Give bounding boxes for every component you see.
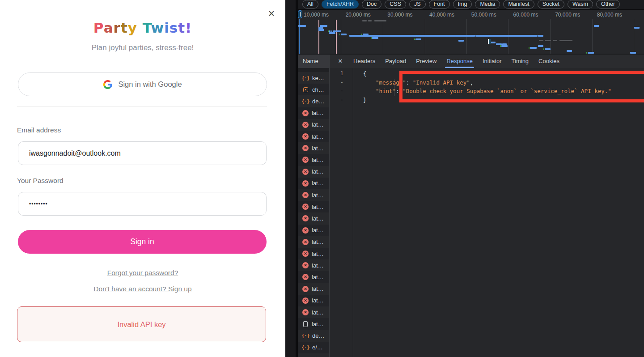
script-icon: {·} (302, 344, 309, 351)
error-icon: ✕ (302, 215, 309, 221)
request-label: lat… (312, 192, 324, 199)
code-content: "hint": "Double check your Supabase `ano… (353, 87, 611, 96)
error-icon: ✕ (302, 298, 309, 304)
tab-response[interactable]: Response (441, 55, 478, 68)
request-row-lat[interactable]: ✕lat… (298, 248, 330, 259)
tab-preview[interactable]: Preview (411, 55, 441, 68)
error-icon: ✕ (302, 157, 309, 163)
error-icon: ✕ (302, 239, 309, 245)
request-row-lat[interactable]: ✕lat… (298, 154, 330, 166)
request-row-lat[interactable]: ✕lat… (298, 225, 330, 236)
request-row-lat[interactable]: ✕lat… (298, 283, 330, 295)
waterfall-bar (374, 20, 386, 21)
request-row-lat[interactable]: ✕lat… (298, 295, 330, 306)
waterfall-bar (414, 38, 415, 40)
request-row-de[interactable]: {·}de… (298, 330, 330, 341)
forgot-password-link[interactable]: Forgot your password? (0, 269, 285, 277)
email-field[interactable] (18, 141, 267, 165)
filter-pill-doc[interactable]: Doc (362, 0, 381, 8)
tab-payload[interactable]: Payload (380, 55, 411, 68)
request-row-e[interactable]: {·}e/… (298, 342, 330, 353)
waterfall-bar (529, 47, 530, 49)
request-row-lat[interactable]: ✕lat… (298, 189, 330, 201)
request-row-ke[interactable]: {·}ke… (298, 72, 330, 84)
signup-link[interactable]: Don't have an account? Sign up (0, 285, 285, 293)
error-icon: ✕ (302, 192, 309, 198)
request-label: lat… (312, 238, 324, 245)
request-row-lat[interactable]: ✕lat… (298, 178, 330, 189)
filter-pill-css[interactable]: CSS (385, 0, 406, 8)
filter-bar-pills: AllFetch/XHRDocCSSJSFontImgMediaManifest… (298, 0, 644, 10)
tab-timing[interactable]: Timing (507, 55, 534, 68)
filter-pill-wasm[interactable]: Wasm (568, 0, 593, 8)
request-label: lat… (312, 285, 324, 292)
error-message: Invalid API key (117, 320, 165, 329)
google-signin-label: Sign in with Google (118, 80, 182, 89)
filter-pill-media[interactable]: Media (475, 0, 500, 8)
request-row-lat[interactable]: ✕lat… (298, 142, 330, 154)
logo-letter: i (164, 20, 169, 36)
waterfall-bar (458, 40, 464, 42)
filter-pill-font[interactable]: Font (429, 0, 450, 8)
request-row-lat[interactable]: ✕lat… (298, 271, 330, 283)
response-panel[interactable]: 1{-"message": "Invalid API key",-"hint":… (330, 68, 644, 357)
doc-icon (303, 321, 308, 327)
filter-pill-fetchxhr[interactable]: Fetch/XHR (322, 0, 359, 8)
filter-pill-img[interactable]: Img (453, 0, 472, 8)
request-label: lat… (312, 251, 324, 257)
request-row-lat[interactable]: ✕lat… (298, 201, 330, 212)
error-icon: ✕ (302, 227, 309, 234)
request-label: lat… (312, 168, 324, 175)
script-icon: {·} (302, 332, 309, 339)
waterfall-bar (634, 27, 640, 29)
code-line: 1{ (330, 69, 644, 78)
request-label: lat… (312, 204, 324, 210)
google-signin-button[interactable]: Sign in with Google (18, 72, 267, 96)
password-field[interactable] (18, 192, 267, 216)
network-overview-timeline[interactable]: 10,000 ms20,000 ms30,000 ms40,000 ms50,0… (298, 10, 644, 54)
request-row-lat[interactable]: lat… (298, 318, 330, 330)
error-icon: ✕ (302, 286, 309, 292)
waterfall-bar (328, 30, 329, 32)
close-detail-icon[interactable]: ✕ (336, 55, 344, 68)
error-icon: ✕ (302, 251, 309, 257)
request-row-lat[interactable]: ✕lat… (298, 259, 330, 271)
code-line: -"hint": "Double check your Supabase `an… (330, 87, 644, 96)
code-line: -"message": "Invalid API key", (330, 78, 644, 87)
waterfall-bar (539, 40, 543, 41)
waterfall-bar (368, 20, 372, 21)
request-row-lat[interactable]: ✕lat… (298, 131, 330, 142)
request-label: lat… (312, 309, 324, 316)
request-row-lat[interactable]: ✕lat… (298, 166, 330, 178)
waterfall-bar (475, 35, 538, 37)
tab-headers[interactable]: Headers (348, 55, 380, 68)
request-label: lat… (312, 180, 324, 187)
request-label: lat… (312, 145, 324, 152)
request-row-lat[interactable]: ✕lat… (298, 107, 330, 119)
code-content: } (353, 96, 367, 105)
error-icon: ✕ (302, 262, 309, 268)
tab-initiator[interactable]: Initiator (478, 55, 507, 68)
request-row-ch[interactable]: ch… (298, 84, 330, 95)
waterfall-bar (491, 42, 496, 43)
request-row-lat[interactable]: ✕lat… (298, 306, 330, 318)
request-row-de[interactable]: {·}de… (298, 95, 330, 107)
request-label: lat… (312, 227, 324, 234)
filter-pill-other[interactable]: Other (596, 0, 620, 8)
request-row-lat[interactable]: ✕lat… (298, 236, 330, 248)
request-row-lat[interactable]: ✕lat… (298, 119, 330, 131)
line-number: - (330, 96, 353, 105)
request-row-lat[interactable]: ✕lat… (298, 212, 330, 224)
filter-pill-socket[interactable]: Socket (538, 0, 564, 8)
tab-cookies[interactable]: Cookies (534, 55, 564, 68)
filter-pill-all[interactable]: All (302, 0, 318, 8)
waterfall-bar (371, 37, 372, 39)
request-list[interactable]: {·}ke…ch…{·}de…✕lat…✕lat…✕lat…✕lat…✕lat…… (298, 68, 330, 357)
close-icon[interactable]: ✕ (266, 8, 277, 20)
filter-pill-manifest[interactable]: Manifest (503, 0, 534, 8)
filter-pill-js[interactable]: JS (409, 0, 426, 8)
overview-selected-marker (488, 39, 491, 44)
signin-button[interactable]: Sign in (18, 230, 267, 254)
name-column-header[interactable]: Name (298, 55, 330, 68)
request-row-partial[interactable]: {·} (298, 353, 330, 357)
